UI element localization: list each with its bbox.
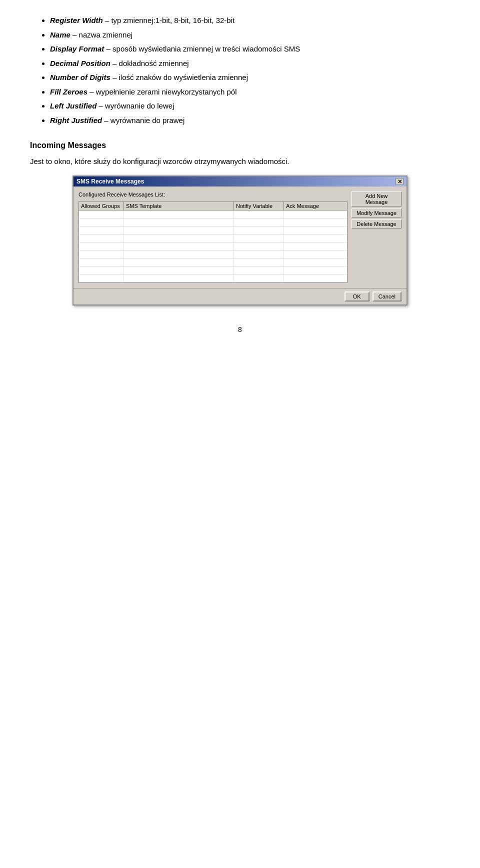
table-cell [79,218,124,226]
table-cell [79,242,124,250]
list-item: Number of Digits – ilość znaków do wyświ… [50,72,450,84]
add-new-message-button[interactable]: Add New Message [352,192,402,206]
table-cell [284,210,347,218]
table-row [79,234,347,242]
col-sms-template: SMS Template [124,202,234,210]
cancel-button[interactable]: Cancel [372,292,402,302]
table-cell [284,242,347,250]
list-item: Fill Zeroes – wypełnienie zerami niewyko… [50,86,450,98]
table-row [79,242,347,250]
dialog-left-panel: Configured Receive Messages List: Allowe… [78,192,348,283]
table-cell [124,250,234,258]
table-cell [79,258,124,266]
table-cell [79,266,124,274]
table-row [79,226,347,234]
table-cell [124,210,234,218]
table-row [79,258,347,266]
table-cell [234,226,284,234]
dialog-footer: OK Cancel [74,288,406,304]
table-body [79,210,347,282]
table-cell [79,226,124,234]
table-cell [124,218,234,226]
dialog-close-button[interactable]: ✕ [396,178,404,185]
dialog-title: SMS Receive Messages [76,178,144,185]
table-cell [234,274,284,282]
table-cell [234,242,284,250]
delete-message-button[interactable]: Delete Message [352,220,402,228]
dialog-titlebar: SMS Receive Messages ✕ [74,176,406,186]
table-cell [284,274,347,282]
table-cell [124,234,234,242]
table-cell [79,250,124,258]
dialog-wrapper: SMS Receive Messages ✕ Configured Receiv… [30,176,450,306]
table-cell [79,210,124,218]
table-row [79,210,347,218]
table-cell [79,274,124,282]
col-allowed-groups: Allowed Groups [79,202,124,210]
incoming-messages-section: Incoming Messages Jest to okno, które sł… [30,141,450,166]
section-heading: Incoming Messages [30,141,450,150]
section-description: Jest to okno, które służy do konfiguracj… [30,157,450,166]
page-number: 8 [30,326,450,334]
modify-message-button[interactable]: Modify Message [352,208,402,218]
table-cell [284,218,347,226]
dialog-right-panel: Add New Message Modify Message Delete Me… [352,192,402,283]
dialog-body: Configured Receive Messages List: Allowe… [74,186,406,288]
messages-table: Allowed Groups SMS Template Notifiy Vari… [78,202,348,283]
table-cell [124,226,234,234]
table-cell [124,274,234,282]
ok-button[interactable]: OK [344,292,370,302]
table-row [79,274,347,282]
list-item: Right Justified – wyrównanie do prawej [50,115,450,126]
dialog-window: SMS Receive Messages ✕ Configured Receiv… [72,176,408,306]
table-cell [79,234,124,242]
table-cell [234,234,284,242]
table-cell [284,258,347,266]
col-notify-variable: Notifiy Variable [234,202,284,210]
table-cell [124,266,234,274]
bullet-list: Register Width – typ zmiennej:1-bit, 8-b… [30,15,450,126]
table-cell [284,234,347,242]
list-item: Decimal Position – dokładność zmiennej [50,58,450,70]
list-item: Name – nazwa zmiennej [50,30,450,41]
table-cell [234,250,284,258]
table-row [79,266,347,274]
table-cell [124,242,234,250]
table-cell [284,226,347,234]
table-cell [284,266,347,274]
table-cell [284,250,347,258]
list-item: Left Justified – wyrównanie do lewej [50,100,450,112]
configured-list-label: Configured Receive Messages List: [78,192,348,198]
list-item: Display Format – sposób wyświetlania zmi… [50,44,450,55]
table-cell [234,210,284,218]
list-item: Register Width – typ zmiennej:1-bit, 8-b… [50,15,450,26]
table-cell [234,258,284,266]
col-ack-message: Ack Message [284,202,347,210]
table-row [79,250,347,258]
table-row [79,218,347,226]
table-cell [124,258,234,266]
table-cell [234,218,284,226]
table-cell [234,266,284,274]
table-header-row: Allowed Groups SMS Template Notifiy Vari… [79,202,347,210]
